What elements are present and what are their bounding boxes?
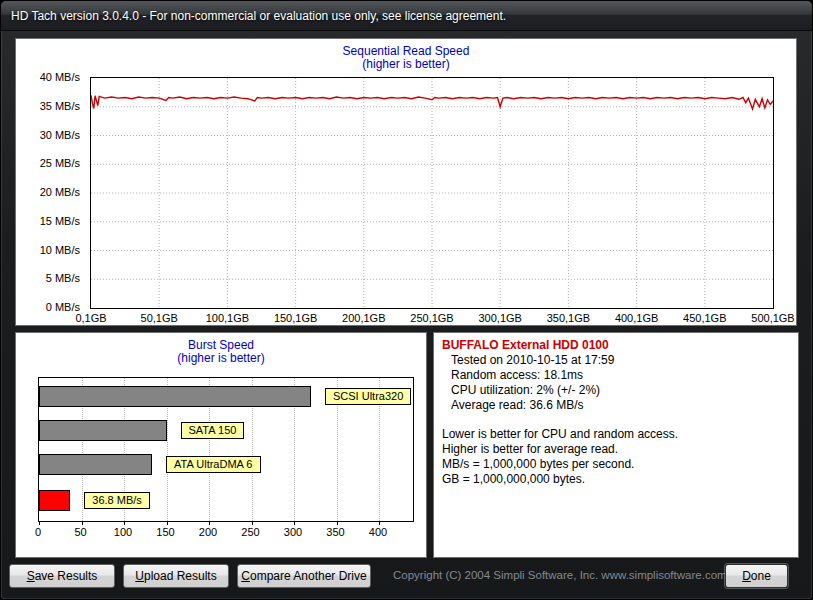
x-axis-tick-label: 200,1GB [342, 312, 385, 324]
burst-axis-tick [294, 522, 295, 525]
save-results-button[interactable]: Save Results [9, 564, 115, 588]
note-line: Lower is better for CPU and random acces… [442, 427, 790, 442]
compare-accel: C [241, 569, 250, 583]
drive-info-panel: BUFFALO External HDD 0100 Tested on 2010… [433, 332, 799, 558]
hd-tach-window: HD Tach version 3.0.4.0 - For non-commer… [0, 0, 813, 600]
y-axis-tick-label: 30 MB/s [40, 129, 80, 141]
burst-axis-tick [39, 522, 40, 525]
x-axis-tick-label: 500,1GB [751, 312, 794, 324]
note-line: Higher is better for average read. [442, 442, 790, 457]
x-axis-tick-label: 300,1GB [478, 312, 521, 324]
drive-stats: Tested on 2010-10-15 at 17:59Random acce… [442, 353, 790, 413]
burst-bar-label: 36.8 MB/s [84, 492, 150, 509]
burst-axis-tick [167, 522, 168, 525]
sequential-y-axis-labels: 40 MB/s35 MB/s30 MB/s25 MB/s20 MB/s15 MB… [16, 77, 84, 309]
compare-label: ompare Another Drive [250, 569, 367, 583]
y-axis-tick-label: 40 MB/s [40, 71, 80, 83]
burst-bar-label: SATA 150 [181, 422, 245, 439]
sequential-x-axis-labels: 0,1GB50,1GB100,1GB150,1GB200,1GB250,1GB3… [90, 312, 774, 326]
burst-bar [39, 490, 70, 511]
burst-axis-tick [82, 522, 83, 525]
compare-another-drive-button[interactable]: Compare Another Drive [237, 564, 371, 588]
burst-bar [39, 386, 311, 407]
burst-axis-tick [337, 522, 338, 525]
x-axis-tick-label: 400 [369, 526, 387, 538]
stat-line: CPU utilization: 2% (+/- 2%) [451, 383, 790, 398]
burst-x-axis-labels: 050100150200250300350400 [38, 526, 414, 540]
x-axis-tick-label: 350,1GB [547, 312, 590, 324]
x-axis-tick-label: 50 [74, 526, 86, 538]
stat-line: Random access: 18.1ms [451, 368, 790, 383]
save-label: ave Results [35, 569, 98, 583]
burst-axis-tick [209, 522, 210, 525]
done-button[interactable]: Done [725, 564, 788, 588]
x-axis-tick-label: 450,1GB [683, 312, 726, 324]
done-accel: D [742, 569, 751, 583]
window-title: HD Tach version 3.0.4.0 - For non-commer… [11, 9, 506, 23]
y-axis-tick-label: 10 MB/s [40, 244, 80, 256]
upload-results-button[interactable]: Upload Results [123, 564, 229, 588]
upload-accel: U [135, 569, 144, 583]
x-axis-tick-label: 200 [199, 526, 217, 538]
x-axis-tick-label: 300 [284, 526, 302, 538]
note-line: MB/s = 1,000,000 bytes per second. [442, 457, 790, 472]
info-notes: Lower is better for CPU and random acces… [442, 427, 790, 487]
burst-plot: SCSI Ultra320SATA 150ATA UltraDMA 636.8 … [38, 377, 414, 522]
sequential-read-line [91, 78, 773, 308]
sequential-plot [90, 77, 774, 309]
upload-label: pload Results [144, 569, 217, 583]
save-accel: S [27, 569, 35, 583]
note-line: GB = 1,000,000,000 bytes. [442, 472, 790, 487]
x-axis-tick-label: 250 [241, 526, 259, 538]
y-axis-tick-label: 15 MB/s [40, 215, 80, 227]
x-axis-tick-label: 150,1GB [274, 312, 317, 324]
burst-chart-title: Burst Speed [16, 333, 426, 352]
y-axis-tick-label: 5 MB/s [46, 272, 80, 284]
done-label: one [751, 569, 771, 583]
sequential-chart-subtitle: (higher is better) [16, 58, 796, 71]
burst-bar-label: ATA UltraDMA 6 [166, 456, 260, 473]
burst-bar-label: SCSI Ultra320 [325, 388, 411, 405]
burst-bar [39, 454, 152, 475]
copyright-text: Copyright (C) 2004 Simpli Software, Inc.… [393, 569, 727, 581]
burst-bar [39, 420, 167, 441]
x-axis-tick-label: 400,1GB [615, 312, 658, 324]
burst-chart-subtitle: (higher is better) [16, 352, 426, 365]
sequential-chart-title: Sequential Read Speed [16, 39, 796, 58]
y-axis-tick-label: 35 MB/s [40, 100, 80, 112]
x-axis-tick-label: 0,1GB [75, 312, 106, 324]
x-axis-tick-label: 350 [326, 526, 344, 538]
y-axis-tick-label: 25 MB/s [40, 157, 80, 169]
burst-axis-tick [379, 522, 380, 525]
x-axis-tick-label: 100,1GB [206, 312, 249, 324]
title-bar[interactable]: HD Tach version 3.0.4.0 - For non-commer… [1, 1, 812, 31]
x-axis-tick-label: 0 [35, 526, 41, 538]
stat-line: Tested on 2010-10-15 at 17:59 [451, 353, 790, 368]
burst-axis-tick [124, 522, 125, 525]
burst-axis-tick [252, 522, 253, 525]
x-axis-tick-label: 50,1GB [141, 312, 178, 324]
stat-line: Average read: 36.6 MB/s [451, 398, 790, 413]
burst-speed-panel: Burst Speed (higher is better) SCSI Ultr… [15, 332, 427, 558]
y-axis-tick-label: 20 MB/s [40, 186, 80, 198]
x-axis-tick-label: 250,1GB [410, 312, 453, 324]
x-axis-tick-label: 100 [114, 526, 132, 538]
drive-title: BUFFALO External HDD 0100 [442, 338, 790, 353]
x-axis-tick-label: 150 [156, 526, 174, 538]
sequential-read-panel: Sequential Read Speed (higher is better)… [15, 38, 797, 326]
